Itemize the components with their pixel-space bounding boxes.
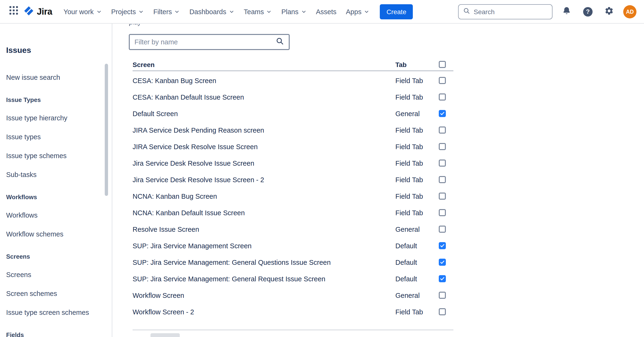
nav-item-label: Projects bbox=[111, 8, 136, 15]
checkbox-cell bbox=[439, 127, 454, 134]
row-checkbox[interactable] bbox=[439, 143, 446, 150]
user-avatar[interactable]: AD bbox=[623, 5, 636, 18]
nav-item-assets[interactable]: Assets bbox=[316, 8, 336, 15]
row-checkbox[interactable] bbox=[439, 94, 446, 101]
main-content: play Screen Tab CESA: Kanban Bug ScreenF… bbox=[112, 24, 644, 337]
table-row: JIRA Service Desk Resolve Issue ScreenFi… bbox=[132, 138, 454, 155]
checkbox-cell bbox=[439, 292, 454, 299]
screen-name-cell: CESA: Kanban Default Issue Screen bbox=[132, 93, 395, 101]
global-search[interactable] bbox=[458, 4, 552, 19]
row-checkbox[interactable] bbox=[439, 77, 446, 84]
tab-cell: Field Tab bbox=[395, 93, 439, 101]
screen-name-cell: JIRA Service Desk Resolve Issue Screen bbox=[132, 143, 395, 150]
screen-name-cell: Jira Service Desk Resolve Issue Screen -… bbox=[132, 176, 395, 183]
tab-cell: Field Tab bbox=[395, 176, 439, 183]
tab-cell: Field Tab bbox=[395, 209, 439, 216]
checkbox-cell bbox=[439, 308, 454, 315]
sidebar-item-screen-schemes[interactable]: Screen schemes bbox=[6, 289, 102, 298]
sidebar-item-workflows[interactable]: Workflows bbox=[6, 210, 102, 220]
table-row: Jira Service Desk Resolve Issue Screen -… bbox=[132, 171, 454, 188]
checkbox-cell bbox=[439, 143, 454, 150]
checkbox-cell bbox=[439, 176, 454, 183]
row-checkbox[interactable] bbox=[439, 110, 446, 117]
tab-cell: Field Tab bbox=[395, 159, 439, 167]
filter-field[interactable] bbox=[129, 34, 290, 50]
checkbox-cell bbox=[439, 226, 454, 233]
tab-cell: General bbox=[395, 225, 439, 233]
screen-name-cell: Workflow Screen bbox=[132, 291, 395, 299]
nav-item-dashboards[interactable]: Dashboards bbox=[190, 8, 234, 15]
row-checkbox[interactable] bbox=[439, 275, 446, 282]
table-row: CESA: Kanban Default Issue ScreenField T… bbox=[132, 89, 454, 105]
nav-item-teams[interactable]: Teams bbox=[244, 8, 272, 15]
chevron-down-icon bbox=[364, 9, 370, 15]
help-icon: ? bbox=[583, 7, 592, 16]
screen-name-cell: Default Screen bbox=[132, 110, 395, 117]
checkbox-cell bbox=[439, 110, 454, 117]
filter-search-icon bbox=[276, 37, 284, 47]
sidebar-item-issue-type-screen-schemes[interactable]: Issue type screen schemes bbox=[6, 308, 102, 317]
nav-item-label: Your work bbox=[64, 8, 94, 15]
filter-input[interactable] bbox=[134, 38, 276, 46]
nav-item-label: Dashboards bbox=[190, 8, 226, 15]
jira-logo-text: Jira bbox=[37, 6, 52, 17]
row-checkbox[interactable] bbox=[439, 226, 446, 233]
nav-item-projects[interactable]: Projects bbox=[111, 8, 144, 15]
nav-item-label: Plans bbox=[282, 8, 299, 15]
sidebar-item-new-issue-search[interactable]: New issue search bbox=[6, 73, 102, 82]
screen-name-cell: JIRA Service Desk Pending Reason screen bbox=[132, 126, 395, 134]
nav-item-label: Teams bbox=[244, 8, 264, 15]
tab-cell: General bbox=[395, 110, 439, 117]
settings-button[interactable] bbox=[602, 5, 616, 19]
row-checkbox[interactable] bbox=[439, 127, 446, 134]
screen-name-cell: SUP: Jira Service Management: General Re… bbox=[132, 275, 395, 282]
header-checkbox[interactable] bbox=[439, 61, 446, 68]
checkbox-cell bbox=[439, 242, 454, 249]
screen-name-cell: NCNA: Kanban Default Issue Screen bbox=[132, 209, 395, 216]
sidebar-item-screens[interactable]: Screens bbox=[6, 270, 102, 279]
sidebar-section-screens: Screens bbox=[6, 253, 102, 260]
column-header-screen: Screen bbox=[132, 61, 395, 68]
row-checkbox[interactable] bbox=[439, 242, 446, 249]
sidebar-item-issue-types[interactable]: Issue types bbox=[6, 132, 102, 142]
app-grid-icon bbox=[9, 6, 18, 17]
nav-item-plans[interactable]: Plans bbox=[282, 8, 307, 15]
column-header-tab: Tab bbox=[395, 61, 439, 68]
sidebar-item-workflow-schemes[interactable]: Workflow schemes bbox=[6, 229, 102, 239]
nav-item-your-work[interactable]: Your work bbox=[64, 8, 102, 15]
row-checkbox[interactable] bbox=[439, 259, 446, 266]
sidebar-item-issue-type-schemes[interactable]: Issue type schemes bbox=[6, 151, 102, 160]
nav-item-filters[interactable]: Filters bbox=[153, 8, 180, 15]
search-input[interactable] bbox=[474, 8, 548, 15]
row-checkbox[interactable] bbox=[439, 292, 446, 299]
checkbox-cell bbox=[439, 275, 454, 282]
row-checkbox[interactable] bbox=[439, 193, 446, 200]
row-checkbox[interactable] bbox=[439, 308, 446, 315]
notifications-button[interactable] bbox=[560, 5, 574, 19]
help-button[interactable]: ? bbox=[581, 5, 595, 19]
nav-item-apps[interactable]: Apps bbox=[346, 8, 370, 15]
sidebar-item-sub-tasks[interactable]: Sub-tasks bbox=[6, 170, 102, 179]
app-switcher-button[interactable] bbox=[6, 5, 21, 19]
chevron-down-icon bbox=[228, 9, 234, 15]
sidebar-nav: Issue TypesIssue type hierarchyIssue typ… bbox=[6, 96, 102, 337]
jira-logo[interactable]: Jira bbox=[24, 6, 52, 18]
row-checkbox[interactable] bbox=[439, 160, 446, 167]
header-checkbox-slot bbox=[439, 61, 454, 68]
sidebar-item-issue-type-hierarchy[interactable]: Issue type hierarchy bbox=[6, 113, 102, 123]
table-row: Workflow ScreenGeneral bbox=[132, 287, 454, 303]
screen-name-cell: Jira Service Desk Resolve Issue Screen bbox=[132, 159, 395, 167]
table-row: Resolve Issue ScreenGeneral bbox=[132, 221, 454, 237]
screen-name-cell: SUP: Jira Service Management: General Qu… bbox=[132, 258, 395, 266]
create-button[interactable]: Create bbox=[380, 4, 413, 19]
sidebar-section-fields: Fields bbox=[6, 331, 102, 337]
tab-cell: General bbox=[395, 291, 439, 299]
row-checkbox[interactable] bbox=[439, 176, 446, 183]
nav-item-label: Assets bbox=[316, 8, 336, 15]
row-checkbox[interactable] bbox=[439, 209, 446, 216]
checkbox-cell bbox=[439, 77, 454, 84]
sidebar-scrollbar[interactable] bbox=[105, 64, 108, 196]
jira-logo-icon bbox=[24, 6, 34, 18]
partially-visible-button[interactable] bbox=[150, 333, 180, 337]
navbar-right-cluster: ? AD bbox=[458, 4, 636, 19]
